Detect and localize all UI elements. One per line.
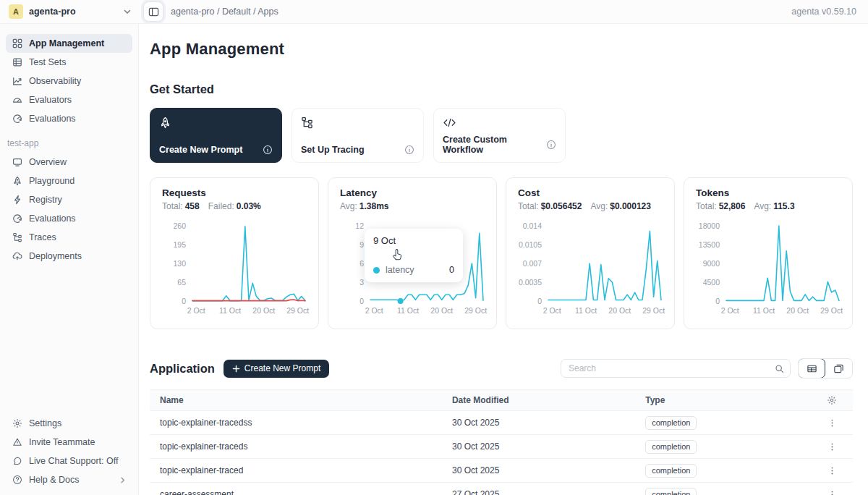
row-actions-kebab-icon[interactable]: [827, 466, 837, 475]
chart-tooltip: 9 Oct latency 0: [365, 229, 463, 282]
main-content: App Management Get Started Create New Pr…: [139, 24, 868, 495]
get-started-cards: Create New Prompt Set Up Tracing Create …: [150, 108, 853, 163]
sidebar-item-help-docs[interactable]: Help & Docs: [6, 470, 132, 489]
create-new-prompt-button[interactable]: Create New Prompt: [224, 360, 329, 378]
column-header-type[interactable]: Type: [645, 395, 811, 405]
sidebar-item-deployments[interactable]: Deployments: [6, 247, 132, 266]
svg-text:2 Oct: 2 Oct: [187, 306, 205, 315]
workspace-selector[interactable]: A agenta-pro: [0, 4, 139, 19]
search-box: [561, 359, 791, 378]
sidebar-item-label: Evaluations: [29, 114, 76, 124]
sidebar-item-invite-teammate[interactable]: Invite Teammate: [6, 433, 132, 452]
table-row[interactable]: topic-explainer-traced 30 Oct 2025 compl…: [150, 459, 853, 483]
sidebar-item-evaluations[interactable]: Evaluations: [6, 109, 132, 128]
sidebar-item-overview[interactable]: Overview: [6, 153, 132, 172]
requests-card: Requests Total:458 Failed:0.03% 06513019…: [150, 177, 319, 329]
application-heading: Application: [150, 362, 215, 376]
sidebar-footer: Settings Invite Teammate Live Chat Suppo…: [6, 414, 132, 489]
svg-text:0.014: 0.014: [523, 221, 542, 230]
row-actions-kebab-icon[interactable]: [827, 418, 837, 428]
column-header-date-modified[interactable]: Date Modified: [452, 395, 645, 405]
search-input[interactable]: [569, 363, 775, 373]
get-started-heading: Get Started: [150, 82, 853, 96]
stat-metric: Avg:$0.000123: [590, 201, 651, 211]
tooltip-value: 0: [449, 265, 454, 275]
svg-text:4500: 4500: [703, 278, 720, 287]
sidebar-item-test-sets[interactable]: Test Sets: [6, 53, 132, 72]
cost-chart: 00.00350.0070.01050.0142 Oct11 Oct20 Oct…: [514, 220, 663, 317]
sidebar-item-evaluators[interactable]: Evaluators: [6, 90, 132, 109]
svg-text:29 Oct: 29 Oct: [464, 306, 487, 315]
set-up-tracing-card[interactable]: Set Up Tracing: [292, 108, 424, 163]
card-label: Create New Prompt: [159, 145, 242, 155]
svg-text:3: 3: [359, 278, 364, 287]
sidebar-item-traces[interactable]: Traces: [6, 228, 132, 247]
sidebar: App Management Test Sets Observability E…: [0, 24, 139, 495]
stat-title: Requests: [162, 187, 307, 198]
tree-structure-icon: [12, 232, 22, 243]
question-circle-icon: [12, 475, 22, 486]
chart-line-icon: [12, 76, 22, 87]
sidebar-item-live-chat[interactable]: Live Chat Support: Off: [6, 452, 132, 470]
create-new-prompt-card[interactable]: Create New Prompt: [150, 108, 282, 163]
card-label: Set Up Tracing: [301, 145, 365, 155]
app-name: topic-explainer-traced: [150, 465, 452, 475]
svg-text:20 Oct: 20 Oct: [608, 306, 631, 315]
sidebar-item-label: Invite Teammate: [29, 437, 95, 447]
cloud-arrow-icon: [12, 251, 22, 262]
table-row[interactable]: topic-explainer-tracedss 30 Oct 2025 com…: [150, 411, 853, 435]
column-settings-gear-icon[interactable]: [827, 395, 837, 405]
breadcrumb[interactable]: agenta-pro / Default / Apps: [171, 7, 791, 17]
sidebar-item-app-management[interactable]: App Management: [6, 34, 132, 53]
panel-left-icon: [148, 7, 159, 17]
app-date-modified: 30 Oct 2025: [452, 465, 645, 475]
page-title: App Management: [150, 40, 853, 59]
sidebar-item-label: Observability: [29, 76, 81, 86]
sidebar-item-app-evaluations[interactable]: Evaluations: [6, 209, 132, 228]
svg-text:11 Oct: 11 Oct: [219, 306, 241, 315]
card-view-button[interactable]: [825, 359, 852, 378]
sidebar-item-settings[interactable]: Settings: [6, 414, 132, 433]
svg-text:0.007: 0.007: [523, 259, 542, 268]
row-actions-kebab-icon[interactable]: [827, 442, 837, 452]
svg-text:0.0035: 0.0035: [519, 278, 542, 287]
tree-structure-icon: [301, 116, 414, 129]
sidebar-collapse-button[interactable]: [143, 1, 163, 22]
sidebar-item-observability[interactable]: Observability: [6, 72, 132, 90]
svg-text:11 Oct: 11 Oct: [753, 306, 775, 315]
svg-text:13500: 13500: [699, 240, 720, 249]
create-custom-workflow-card[interactable]: Create Custom Workflow: [433, 108, 566, 163]
row-actions-kebab-icon[interactable]: [827, 490, 837, 495]
sidebar-item-playground[interactable]: Playground: [6, 172, 132, 190]
app-name: career-assessment: [150, 489, 452, 495]
stat-metric: Total:458: [162, 201, 200, 211]
chevron-down-icon: [123, 7, 132, 16]
table-row[interactable]: career-assessment 27 Oct 2025 completion: [150, 483, 853, 495]
tooltip-series-label: latency: [386, 265, 414, 275]
info-icon[interactable]: [546, 140, 556, 150]
svg-text:29 Oct: 29 Oct: [820, 306, 843, 315]
sidebar-item-label: Settings: [29, 418, 61, 428]
table-header-row: Name Date Modified Type: [150, 390, 853, 411]
info-icon[interactable]: [263, 145, 273, 155]
svg-text:0: 0: [359, 297, 364, 305]
app-type-badge: completion: [645, 488, 697, 495]
svg-text:130: 130: [173, 259, 186, 268]
stat-metric: Failed:0.03%: [208, 201, 261, 211]
sidebar-item-label: Evaluators: [29, 95, 72, 105]
column-header-name[interactable]: Name: [150, 395, 452, 405]
speedometer-icon: [12, 114, 22, 124]
speedometer-icon: [12, 213, 22, 224]
search-icon[interactable]: [775, 364, 784, 373]
sidebar-item-label: Help & Docs: [29, 475, 79, 485]
table-row[interactable]: topic-explainer-traceds 30 Oct 2025 comp…: [150, 435, 853, 459]
sidebar-item-registry[interactable]: Registry: [6, 190, 132, 209]
svg-text:18000: 18000: [699, 221, 720, 230]
workspace-name: agenta-pro: [29, 7, 117, 17]
app-date-modified: 27 Oct 2025: [452, 489, 645, 495]
table-view-button[interactable]: [798, 358, 825, 378]
info-icon[interactable]: [404, 145, 414, 155]
grid-icon: [12, 38, 22, 49]
app-name: topic-explainer-tracedss: [150, 418, 452, 428]
sidebar-item-label: Evaluations: [29, 213, 76, 224]
